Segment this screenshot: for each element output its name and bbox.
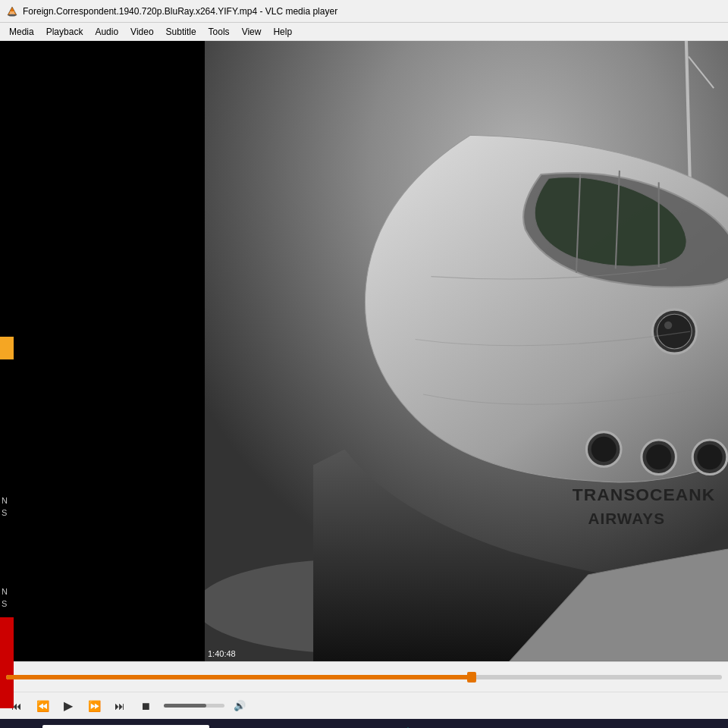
- menu-playback[interactable]: Playback: [40, 25, 89, 39]
- taskbar: 🔍: [0, 719, 728, 728]
- orange-strip: [0, 337, 14, 359]
- skip-forward-button[interactable]: ⏭: [109, 695, 130, 717]
- system-tray: 8:58 PM 12/31/2019: [620, 719, 725, 728]
- time-display: 1:40:48: [208, 649, 236, 658]
- red-strip: [0, 617, 14, 708]
- office-icon[interactable]: O: [464, 719, 497, 728]
- left-panel: N S N S: [0, 41, 205, 661]
- svg-point-1: [8, 14, 16, 16]
- taskbar-search[interactable]: 🔍: [42, 725, 209, 728]
- seek-bar-area[interactable]: [0, 661, 728, 692]
- left-label-s1: S: [2, 508, 7, 517]
- title-bar: Foreign.Correspondent.1940.720p.BluRay.x…: [0, 0, 728, 23]
- dropbox-icon[interactable]: [318, 719, 352, 728]
- airplane-svg: TRANSOCEANK AIRWAYS: [205, 41, 728, 661]
- vlc-title-icon: [6, 5, 18, 17]
- svg-point-21: [697, 444, 722, 469]
- menu-video[interactable]: Video: [124, 25, 159, 39]
- rewind-button[interactable]: ⏪: [32, 695, 53, 717]
- window-title: Foreign.Correspondent.1940.720p.BluRay.x…: [23, 6, 337, 17]
- mute-button[interactable]: 🔊: [229, 695, 250, 717]
- svg-text:AIRWAYS: AIRWAYS: [588, 510, 665, 527]
- svg-point-15: [664, 322, 672, 329]
- seek-bar-handle[interactable]: [467, 672, 476, 682]
- chrome-icon[interactable]: [355, 719, 388, 728]
- stop-button[interactable]: ⏹: [135, 695, 156, 717]
- left-label-s2: S: [2, 599, 7, 608]
- seek-bar-track[interactable]: [6, 675, 722, 679]
- menu-view[interactable]: View: [236, 25, 268, 39]
- mail-app-icon[interactable]: [246, 719, 279, 728]
- volume-fill: [164, 704, 206, 708]
- left-label-n1: N: [2, 496, 8, 505]
- file-explorer-icon[interactable]: [282, 719, 315, 728]
- svg-point-19: [646, 444, 671, 469]
- menu-media[interactable]: Media: [3, 25, 40, 39]
- svg-point-17: [592, 437, 617, 462]
- menu-help[interactable]: Help: [267, 25, 298, 39]
- sublime-text-icon[interactable]: [428, 719, 461, 728]
- menu-bar: Media Playback Audio Video Subtitle Tool…: [0, 23, 728, 41]
- vlc-taskbar-icon[interactable]: [500, 719, 534, 728]
- left-label-n2: N: [2, 587, 8, 596]
- volume-bar[interactable]: [164, 704, 224, 708]
- play-pause-button[interactable]: ▶: [58, 695, 79, 717]
- network-tray-icon[interactable]: [644, 719, 667, 728]
- menu-audio[interactable]: Audio: [89, 25, 124, 39]
- seek-bar-fill: [6, 675, 472, 679]
- menu-tools[interactable]: Tools: [202, 25, 236, 39]
- fast-forward-button[interactable]: ⏩: [83, 695, 105, 717]
- clock-time: 8:58 PM: [674, 726, 716, 728]
- video-area[interactable]: TRANSOCEANK AIRWAYS 1:40:48: [205, 41, 728, 661]
- speaker-tray-icon[interactable]: [620, 719, 642, 728]
- svg-point-14: [657, 314, 692, 349]
- system-clock[interactable]: 8:58 PM 12/31/2019: [668, 726, 722, 728]
- video-scene: TRANSOCEANK AIRWAYS 1:40:48: [205, 41, 728, 661]
- task-view-button[interactable]: [212, 719, 243, 728]
- svg-text:TRANSOCEANK: TRANSOCEANK: [573, 485, 715, 504]
- controls-bar: ⏮ ⏪ ▶ ⏩ ⏭ ⏹ 🔊: [0, 692, 728, 719]
- menu-subtitle[interactable]: Subtitle: [160, 25, 202, 39]
- main-content: N S N S: [0, 41, 728, 661]
- predatorsense-icon[interactable]: [391, 719, 425, 728]
- start-button[interactable]: [3, 719, 39, 728]
